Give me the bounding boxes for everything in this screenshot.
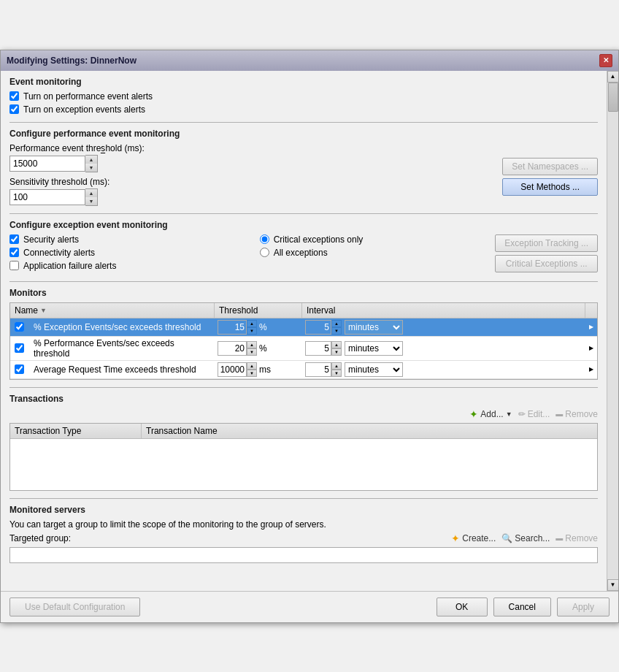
create-icon: ✦ [451,532,460,544]
sort-arrow-name: ▼ [40,307,47,314]
perf-threshold-down[interactable]: ▼ [85,164,97,172]
remove-server-button[interactable]: ▬ Remove [555,533,598,543]
checkbox-security[interactable] [9,234,19,244]
divider-5 [9,498,598,499]
section-monitors: Monitors Name ▼ Threshold Interval [9,288,598,380]
monitor-interval-1: ▲ ▼ minutes seconds hours [302,318,585,336]
targeted-group-input[interactable] [9,547,598,563]
label-app-failure: Application failure alerts [23,261,116,271]
monitor-interval-input-2[interactable] [305,341,331,356]
monitor-row-3: Average Request Time exceeds threshold ▲… [10,361,597,379]
monitor-threshold-up-2[interactable]: ▲ [247,341,257,348]
monitor-interval-select-2[interactable]: minutes seconds hours [345,341,403,356]
monitors-name-label: Name [15,305,38,316]
monitor-checkbox-1[interactable] [15,322,24,332]
main-content: Event monitoring Turn on performance eve… [1,71,607,591]
monitor-interval-down-1[interactable]: ▼ [331,327,342,335]
checkbox-app-failure[interactable] [9,261,19,270]
sensitivity-input[interactable]: 100 [9,189,85,205]
sensitivity-up[interactable]: ▲ [85,189,97,197]
divider-3 [9,281,598,282]
scroll-down-arrow[interactable]: ▼ [607,579,619,591]
cb-row-connectivity: Connectivity alerts [9,248,245,258]
cancel-button[interactable]: Cancel [493,597,551,616]
perf-threshold-label: Performance event thres̲hold (ms): [9,143,145,153]
trans-col-type: Transaction Type [10,424,142,438]
apply-button[interactable]: Apply [557,597,610,616]
radio-all-exceptions[interactable] [260,248,269,257]
perf-threshold-spinbox: 15000 ▲ ▼ [9,155,97,172]
monitor-scroll-1: ▶ [585,324,597,330]
monitor-checkbox-2[interactable] [15,343,24,353]
checkbox-exception-events[interactable] [9,104,19,114]
transactions-body [10,439,597,490]
exception-config-title: Configure exception event monitoring [9,220,598,230]
trans-col-name: Transaction Name [142,424,585,438]
use-default-button[interactable]: Use Default Configuration [9,597,140,616]
critical-exceptions-button[interactable]: Critical Exceptions ... [495,255,598,272]
monitor-threshold-down-3[interactable]: ▼ [247,370,257,377]
section-transactions: Transactions ✦ Add... ▼ ✏ Edit... ▬ Remo… [9,394,598,491]
remove-transaction-button[interactable]: ▬ Remove [555,409,598,419]
monitor-name-1: % Exception Events/sec exceeds threshold [31,321,215,334]
exception-tracking-button[interactable]: Exception Tracking ... [495,234,598,252]
ok-button[interactable]: OK [437,597,488,616]
monitor-threshold-down-2[interactable]: ▼ [247,348,257,356]
remove-server-label: Remove [565,533,598,543]
monitor-interval-2: ▲ ▼ minutes seconds hours [302,340,585,357]
monitors-threshold-label: Threshold [219,305,258,316]
monitor-checkbox-3[interactable] [15,364,24,374]
perf-threshold-input[interactable]: 15000 [9,156,85,172]
create-server-button[interactable]: ✦ Create... [451,532,496,544]
sensitivity-down[interactable]: ▼ [85,197,97,205]
monitor-interval-down-2[interactable]: ▼ [331,348,342,356]
checkbox-connectivity[interactable] [9,248,19,257]
event-monitoring-title: Event monitoring [9,77,598,87]
search-server-button[interactable]: 🔍 Search... [501,533,550,543]
perf-threshold-up[interactable]: ▲ [85,156,97,164]
monitor-threshold-spinbox-btns-2: ▲ ▼ [247,341,257,356]
main-scrollbar[interactable]: ▲ ▼ [607,71,618,591]
monitor-interval-spinbox-2: ▲ ▼ [305,341,342,356]
cb-row-security: Security alerts [9,234,245,245]
monitor-interval-input-1[interactable] [305,320,331,335]
monitors-interval-label: Interval [307,305,335,316]
monitor-threshold-up-3[interactable]: ▲ [247,362,257,370]
transactions-toolbar: ✦ Add... ▼ ✏ Edit... ▬ Remove [9,408,598,420]
monitor-interval-input-3[interactable] [305,362,331,377]
set-methods-button[interactable]: Set Methods ... [502,178,598,196]
monitor-interval-up-2[interactable]: ▲ [331,341,342,348]
perf-threshold-spinbox-btns: ▲ ▼ [85,155,98,172]
monitor-threshold-up-1[interactable]: ▲ [247,320,257,327]
monitor-threshold-input-3[interactable] [218,362,247,377]
footer-right: OK Cancel Apply [437,597,610,616]
monitor-threshold-spinbox-1: ▲ ▼ [218,320,257,335]
scroll-thumb[interactable] [608,83,618,112]
monitor-interval-spinbox-3: ▲ ▼ [305,362,342,377]
monitor-check-3 [10,363,31,375]
monitor-name-3: Average Request Time exceeds threshold [31,363,215,376]
close-button[interactable]: ✕ [599,54,612,67]
monitor-check-2 [10,342,31,354]
scroll-track [607,83,619,579]
set-namespaces-button[interactable]: Set Namespaces ... [502,158,598,175]
transactions-title: Transactions [9,394,598,404]
sensitivity-label: Sensitivity threshold (ms): [9,177,145,187]
edit-transaction-button[interactable]: ✏ Edit... [518,409,550,419]
monitor-interval-up-1[interactable]: ▲ [331,320,342,327]
scroll-up-arrow[interactable]: ▲ [607,71,619,83]
monitor-threshold-input-1[interactable] [218,320,247,335]
monitor-threshold-down-1[interactable]: ▼ [247,327,257,335]
monitor-interval-down-3[interactable]: ▼ [331,370,342,377]
targeted-group-label: Targeted group: [9,533,71,543]
monitor-threshold-input-2[interactable] [218,341,247,356]
checkbox-perf-events[interactable] [9,91,19,101]
section-exception-config: Configure exception event monitoring Sec… [9,220,598,274]
monitor-interval-up-3[interactable]: ▲ [331,362,342,370]
monitor-interval-select-3[interactable]: minutes seconds hours [345,362,403,377]
add-transaction-button[interactable]: ✦ Add... ▼ [469,408,512,420]
monitor-check-1 [10,321,31,333]
transactions-table-wrapper: Transaction Type Transaction Name [9,423,598,491]
monitor-interval-select-1[interactable]: minutes seconds hours [345,320,403,335]
radio-critical-only[interactable] [260,234,269,244]
